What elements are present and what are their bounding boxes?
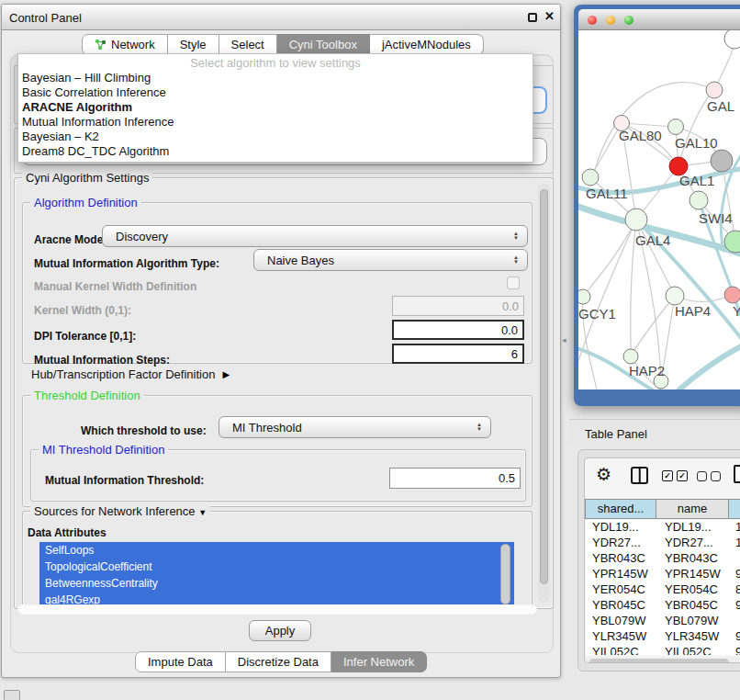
sources-title[interactable]: Sources for Network Inference ▼ <box>30 504 210 518</box>
dpi-tolerance-label: DPI Tolerance [0,1]: <box>34 330 136 343</box>
algorithm-option[interactable]: Bayesian – Hill Climbing <box>18 71 533 85</box>
attribute-item[interactable]: BetweennessCentrality <box>39 575 514 592</box>
tab-impute-data[interactable]: Impute Data <box>135 651 226 672</box>
network-canvas[interactable]: GAL GAL80 GAL10 GAL1 GAL11 SWI4 GAL4 GCY… <box>578 30 740 390</box>
column-header-partial[interactable] <box>729 499 740 519</box>
algorithm-definition-title: Algorithm Definition <box>30 196 141 209</box>
attribute-item[interactable]: TopologicalCoefficient <box>39 559 514 575</box>
node-label: GAL80 <box>619 128 662 143</box>
node-hap4[interactable] <box>666 287 684 305</box>
table-row[interactable]: YDL19...YDL19...13 <box>586 520 740 536</box>
threshold-definition-group: Threshold Definition Which threshold to … <box>22 395 533 507</box>
horizontal-scroll-track[interactable] <box>17 604 537 615</box>
which-threshold-label: Which threshold to use: <box>81 424 207 437</box>
node-label: HAP4 <box>675 303 711 319</box>
node-unlabeled[interactable] <box>724 30 740 49</box>
node-label: SWI4 <box>699 210 733 226</box>
mi-steps-field[interactable]: 6 <box>392 344 524 364</box>
spinner-icon: ▲▼ <box>513 231 519 241</box>
node-gal10[interactable] <box>668 119 684 135</box>
panel-collapse-icon[interactable]: ◂ <box>562 335 566 344</box>
node-label: GAL10 <box>675 135 718 151</box>
cyni-algorithm-settings-group: Cyni Algorithm Settings Algorithm Defini… <box>14 177 554 609</box>
aracne-mode-label: Aracne Mode: <box>34 233 107 246</box>
table-panel-titlebar: Table Panel <box>569 419 740 446</box>
column-header-shared-name[interactable]: shared... <box>585 499 656 519</box>
node-gcy1[interactable] <box>578 289 590 304</box>
table-row[interactable]: YER054CYER054C8. <box>586 582 740 598</box>
threshold-definition-title: Threshold Definition <box>30 389 144 402</box>
network-view-window: GAL GAL80 GAL10 GAL1 GAL11 SWI4 GAL4 GCY… <box>574 5 740 406</box>
collapse-down-icon: ▼ <box>198 508 207 517</box>
control-panel-window: Control Panel ✕ Network Style Select Cyn… <box>1 4 561 678</box>
algorithm-option[interactable]: Basic Correlation Inference <box>18 85 533 100</box>
network-window-titlebar[interactable] <box>578 9 740 30</box>
dpi-tolerance-field[interactable]: 0.0 <box>392 320 524 340</box>
table-hscrollbar[interactable] <box>586 657 740 663</box>
deselect-all-icon[interactable] <box>697 471 721 481</box>
minimized-panel-icon[interactable] <box>4 690 20 700</box>
close-icon[interactable]: ✕ <box>544 9 555 23</box>
minimize-traffic-icon[interactable] <box>606 16 615 25</box>
table-row[interactable]: YBR043CYBR043C <box>586 551 740 567</box>
close-traffic-icon[interactable] <box>588 16 597 25</box>
node-label: GAL4 <box>635 232 670 248</box>
aracne-mode-combo[interactable]: Discovery ▲▼ <box>102 225 528 247</box>
table-row[interactable]: YDR27...YDR27...12 <box>586 536 740 551</box>
node-hap2[interactable] <box>623 349 638 364</box>
node-gray[interactable] <box>711 150 733 172</box>
bottom-tabbar: Impute Data Discretize Data Infer Networ… <box>135 651 427 672</box>
tab-network-label: Network <box>111 35 155 54</box>
table-header-row: shared... name <box>585 499 740 519</box>
mi-threshold-label: Mutual Information Threshold: <box>45 474 204 487</box>
tab-discretize-data[interactable]: Discretize Data <box>226 651 331 672</box>
float-window-icon[interactable] <box>528 13 537 22</box>
table-body: YDL19...YDL19...13 YDR27...YDR27...12 YB… <box>586 520 740 655</box>
tab-cyni-toolbox-label: Cyni Toolbox <box>289 35 357 54</box>
table-row[interactable]: YLR345WYLR345W9. <box>586 629 740 645</box>
tab-infer-network[interactable]: Infer Network <box>331 651 427 672</box>
algorithm-option-selected[interactable]: ARACNE Algorithm <box>18 100 533 115</box>
table-row[interactable]: YBR045CYBR045C9. <box>586 598 740 614</box>
algorithm-option[interactable]: Mutual Information Inference <box>18 115 533 130</box>
kernel-width-field[interactable]: 0.0 <box>392 296 524 316</box>
new-table-icon[interactable] <box>734 465 740 483</box>
attribute-item[interactable]: SelfLoops <box>39 542 514 559</box>
mi-threshold-field[interactable]: 0.5 <box>389 468 521 489</box>
algorithm-option[interactable]: Dream8 DC_TDC Algorithm <box>18 144 533 159</box>
tab-network[interactable]: Network <box>82 34 168 55</box>
table-row[interactable]: YPR145WYPR145W9. <box>586 567 740 582</box>
node-gal11[interactable] <box>582 169 599 186</box>
mi-type-label: Mutual Information Algorithm Type: <box>34 257 219 270</box>
settings-scrollbar[interactable] <box>538 184 550 603</box>
cyni-settings-title: Cyni Algorithm Settings <box>22 171 152 185</box>
column-layout-icon[interactable] <box>631 467 648 484</box>
tab-select[interactable]: Select <box>219 34 277 55</box>
which-threshold-value: MI Threshold <box>232 421 302 435</box>
apply-button[interactable]: Apply <box>249 620 311 641</box>
tab-cyni-toolbox[interactable]: Cyni Toolbox <box>277 34 370 55</box>
tab-style[interactable]: Style <box>168 34 219 55</box>
hub-definition-toggle[interactable]: Hub/Transcription Factor Definition ▶ <box>31 367 230 381</box>
table-row[interactable]: YBL079WYBL079W <box>586 614 740 629</box>
select-all-icon[interactable]: ✓✓ <box>662 470 688 481</box>
tab-jactivemnodules[interactable]: jActiveMNodules <box>370 34 484 55</box>
algorithm-prompt: Select algorithm to view settings <box>18 55 533 71</box>
column-header-name[interactable]: name <box>656 499 729 519</box>
mi-type-combo[interactable]: Naive Bayes ▲▼ <box>253 249 528 271</box>
attributes-scrollbar[interactable] <box>500 544 510 604</box>
node-salmon[interactable] <box>724 287 740 303</box>
algorithm-option[interactable]: Bayesian – K2 <box>18 130 533 144</box>
node-label: GCY1 <box>578 306 616 322</box>
table-row[interactable]: YIL052CYIL052C9. <box>586 645 740 655</box>
node-swi4[interactable] <box>690 191 708 209</box>
node-label: GAL <box>707 98 734 114</box>
gear-icon[interactable]: ⚙ <box>596 464 611 485</box>
manual-kernel-checkbox[interactable] <box>507 277 520 289</box>
which-threshold-combo[interactable]: MI Threshold ▲▼ <box>219 416 491 438</box>
zoom-traffic-icon[interactable] <box>624 16 633 25</box>
node-gal[interactable] <box>706 82 723 98</box>
manual-kernel-label: Manual Kernel Width Definition <box>34 280 196 293</box>
tab-style-label: Style <box>180 35 207 54</box>
node-gal4[interactable] <box>625 209 647 231</box>
